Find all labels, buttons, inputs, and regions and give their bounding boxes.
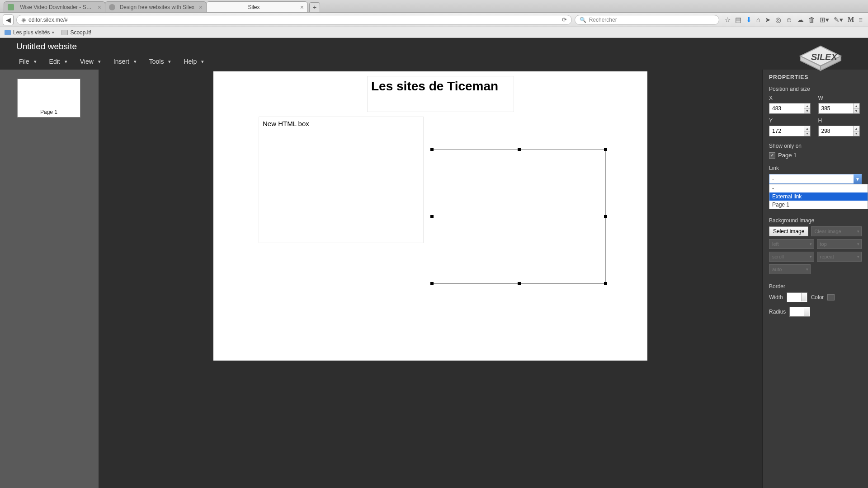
border-radius-input[interactable] — [789, 307, 810, 317]
download-icon[interactable]: ⬇ — [746, 16, 752, 24]
link-option-none[interactable]: - — [769, 184, 868, 192]
bg-pos-h-select[interactable]: left — [769, 239, 814, 249]
menu-insert[interactable]: Insert — [107, 55, 143, 68]
page-thumb-label: Page 1 — [18, 109, 80, 115]
menu-tools[interactable]: Tools — [143, 55, 178, 68]
link-select[interactable]: - ▼ — [769, 174, 862, 184]
close-icon[interactable]: × — [300, 4, 304, 11]
reload-icon[interactable]: ⟳ — [562, 16, 567, 23]
html-box-element[interactable]: New HTML box — [259, 117, 424, 243]
bookmarks-bar: Les plus visités ▾ Scoop.it! — [0, 27, 868, 38]
back-button[interactable]: ◀ — [3, 14, 14, 25]
properties-panel: PROPERTIES Position and size X ▲▼ W ▲▼ Y… — [762, 70, 868, 488]
link-selected-value: - — [772, 176, 774, 182]
pages-panel: Page 1 — [0, 70, 99, 488]
search-field[interactable]: 🔍 Rechercher — [575, 15, 719, 25]
link-option-external[interactable]: External link — [769, 192, 868, 201]
selected-element[interactable] — [432, 149, 606, 284]
spinner[interactable]: ▲▼ — [853, 103, 859, 113]
link-select-wrap: - ▼ - External link Page 1 — [769, 174, 862, 184]
text-element-heading[interactable]: Les sites de Ticeman — [367, 76, 514, 112]
menu-file[interactable]: File — [13, 55, 43, 68]
resize-handle-n[interactable] — [518, 148, 521, 151]
canvas-wrap[interactable]: Les sites de Ticeman New HTML box — [99, 70, 762, 488]
resize-handle-nw[interactable] — [430, 148, 434, 151]
show-only-label: Show only on — [769, 143, 862, 149]
y-label: Y — [769, 117, 813, 124]
border-width-input[interactable] — [787, 292, 807, 302]
bg-pos-v-select[interactable]: top — [817, 239, 862, 249]
workspace: Page 1 Les sites de Ticeman New HTML box — [0, 70, 868, 488]
canvas[interactable]: Les sites de Ticeman New HTML box — [213, 71, 647, 361]
menu-icon[interactable]: ≡ — [859, 16, 863, 23]
show-only-value: Page 1 — [778, 152, 797, 159]
silex-app: SILEX Untitled website File Edit View In… — [0, 38, 868, 488]
browser-tab-active[interactable]: Silex × — [206, 1, 308, 12]
link-label: Link — [769, 165, 862, 171]
spinner[interactable]: ▲▼ — [804, 126, 810, 136]
m-icon[interactable]: M — [848, 16, 854, 23]
clipboard-icon[interactable]: ▤ — [735, 16, 741, 24]
bg-repeat-select[interactable]: repeat — [817, 252, 862, 262]
checkbox-icon[interactable] — [769, 152, 775, 159]
menubar: File Edit View Insert Tools Help — [0, 53, 868, 70]
chevron-down-icon: ▼ — [854, 174, 862, 184]
smile-icon[interactable]: ☺ — [786, 16, 793, 23]
url-field[interactable]: ◉ editor.silex.me/# ⟳ — [16, 15, 572, 25]
select-image-button[interactable]: Select image — [769, 226, 808, 236]
address-bar: ◀ ◉ editor.silex.me/# ⟳ 🔍 Rechercher ☆ ▤… — [0, 13, 868, 27]
border-color-swatch[interactable] — [827, 294, 835, 300]
bookmark-item[interactable]: Les plus visités ▾ — [5, 29, 54, 36]
url-text: editor.silex.me/# — [28, 17, 68, 23]
page-thumbnail[interactable]: Page 1 — [17, 79, 80, 117]
browser-tab[interactable]: Wise Video Downloader - S… × — [4, 1, 105, 12]
tab-favicon — [8, 4, 14, 10]
star-icon[interactable]: ☆ — [725, 16, 731, 24]
menu-help[interactable]: Help — [177, 55, 210, 68]
bg-image-label: Background image — [769, 217, 862, 224]
send-icon[interactable]: ➤ — [765, 16, 771, 24]
show-only-page1[interactable]: Page 1 — [769, 152, 862, 159]
home-icon[interactable]: ⌂ — [756, 16, 760, 23]
bookmark-item[interactable]: Scoop.it! — [61, 29, 91, 36]
border-color-label: Color — [811, 294, 824, 300]
resize-handle-sw[interactable] — [430, 282, 434, 285]
browser-tab[interactable]: Design free websites with Silex × — [105, 1, 207, 12]
resize-handle-s[interactable] — [518, 282, 521, 285]
page-icon — [61, 30, 68, 35]
w-label: W — [818, 95, 862, 101]
close-icon[interactable]: × — [98, 4, 101, 11]
bg-size-select[interactable]: auto — [769, 264, 811, 274]
silex-logo: SILEX — [791, 42, 850, 74]
new-tab-button[interactable]: + — [309, 2, 320, 12]
border-label: Border — [769, 283, 862, 290]
link-option-page1[interactable]: Page 1 — [769, 201, 868, 209]
browser-tabs: Wise Video Downloader - S… × Design free… — [0, 0, 868, 13]
search-icon: 🔍 — [580, 17, 586, 23]
border-width-label: Width — [769, 294, 783, 300]
spinner[interactable]: ▲▼ — [804, 103, 810, 113]
search-placeholder: Rechercher — [589, 17, 617, 23]
menu-edit[interactable]: Edit — [43, 55, 74, 68]
resize-handle-se[interactable] — [604, 282, 607, 285]
position-size-label: Position and size — [769, 86, 862, 92]
resize-handle-w[interactable] — [430, 215, 434, 218]
cloud-icon[interactable]: ☁ — [797, 16, 804, 24]
close-icon[interactable]: × — [199, 4, 203, 11]
edit-icon[interactable]: ✎▾ — [834, 16, 843, 24]
resize-handle-e[interactable] — [604, 215, 607, 218]
menu-view[interactable]: View — [74, 55, 107, 68]
bookmark-label: Scoop.it! — [70, 29, 91, 36]
x-label: X — [769, 95, 813, 101]
spinner[interactable]: ▲▼ — [853, 126, 859, 136]
folder-icon — [5, 30, 11, 35]
abp-icon[interactable]: ◎ — [775, 16, 781, 24]
svg-text:SILEX: SILEX — [811, 52, 838, 62]
toggle-icon[interactable]: ⊞▾ — [820, 16, 829, 24]
globe-icon: ◉ — [21, 17, 26, 23]
bg-attach-select[interactable]: scroll — [769, 252, 814, 262]
tab-title: Silex — [210, 4, 297, 10]
trash-icon[interactable]: 🗑 — [808, 16, 815, 23]
clear-image-select[interactable]: Clear image — [811, 226, 862, 236]
resize-handle-ne[interactable] — [604, 148, 607, 151]
